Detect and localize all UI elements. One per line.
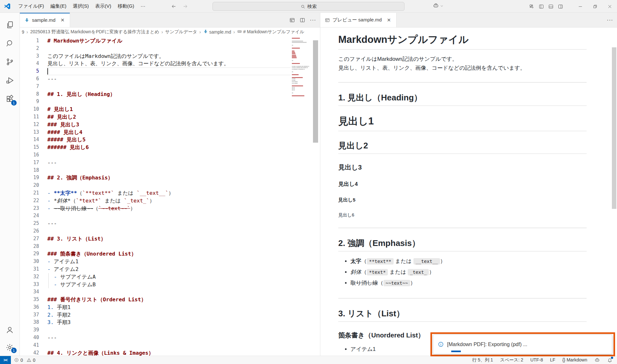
line-content[interactable] (47, 243, 291, 250)
line-number[interactable]: 6 (20, 75, 47, 83)
editor-line[interactable]: 372. 手順2 (20, 311, 291, 319)
toggle-panel-icon[interactable] (548, 4, 554, 9)
line-number[interactable]: 8 (20, 91, 47, 98)
line-content[interactable]: 2. 手順2 (47, 311, 291, 319)
line-content[interactable] (47, 167, 291, 174)
editor-line[interactable]: 22- *斜体*（`*text*` または `_text_`） (20, 197, 291, 205)
line-number[interactable]: 10 (20, 106, 47, 113)
menu-item[interactable]: ファイル(F) (15, 2, 47, 11)
line-number[interactable]: 19 (20, 174, 47, 182)
toggle-secondary-sidebar-icon[interactable] (558, 4, 563, 9)
preview-scrollbar[interactable] (612, 29, 617, 356)
source-control-icon[interactable] (0, 52, 20, 71)
line-content[interactable]: --- (47, 75, 291, 83)
breadcrumb-item[interactable]: sample.md (203, 29, 232, 35)
line-content[interactable] (47, 67, 291, 75)
line-number[interactable]: 40 (20, 334, 47, 342)
line-content[interactable]: ## 1. 見出し（Heading） (47, 91, 291, 98)
menu-item[interactable]: 選択(S) (70, 2, 92, 11)
line-number[interactable]: 17 (20, 159, 47, 167)
status-item[interactable]: 行 5、列 1 (472, 357, 493, 363)
tab-close-icon[interactable]: ✕ (386, 17, 392, 24)
line-number[interactable]: 11 (20, 113, 47, 121)
editor-line[interactable]: 40--- (20, 334, 291, 342)
notification-toast[interactable]: [Markdown PDF]: Exporting (pdf) ... (433, 335, 612, 354)
editor-line[interactable]: 4見出し、リスト、表、リンク、画像、コードなどの記法例を含んでいます。 (20, 60, 291, 67)
editor-line[interactable]: 24 (20, 212, 291, 220)
line-number[interactable]: 25 (20, 220, 47, 227)
line-number[interactable]: 26 (20, 227, 47, 235)
line-content[interactable]: - *斜体*（`*text*` または `_text_`） (47, 197, 291, 205)
line-content[interactable]: ### 箇条書き（Unordered List） (47, 250, 291, 258)
remote-indicator[interactable]: >< (0, 356, 11, 364)
editor-line[interactable]: 12### 見出し3 (20, 121, 291, 129)
settings-gear-icon[interactable]: 1 (0, 339, 20, 356)
customize-layout-icon[interactable] (529, 4, 534, 9)
menu-item[interactable]: 編集(E) (47, 2, 70, 11)
line-number[interactable]: 24 (20, 212, 47, 220)
editor-line[interactable]: 26 (20, 227, 291, 235)
line-number[interactable]: 36 (20, 304, 47, 311)
line-content[interactable]: --- (47, 159, 291, 167)
line-content[interactable]: 3. 手順3 (47, 319, 291, 326)
editor-line[interactable]: 16 (20, 151, 291, 159)
line-content[interactable]: --- (47, 220, 291, 227)
notifications-bell-icon[interactable] (607, 357, 613, 363)
line-content[interactable]: - ~~取り消し線~~（`~~text~~`） (47, 205, 291, 212)
more-actions-icon[interactable]: ··· (607, 17, 613, 23)
editor-line[interactable]: 39 (20, 326, 291, 334)
line-number[interactable]: 13 (20, 129, 47, 136)
status-item[interactable]: UTF-8 (530, 357, 543, 363)
line-number[interactable]: 2 (20, 45, 47, 52)
line-content[interactable]: このファイルはMarkdown記法のサンプルです。 (47, 52, 291, 60)
line-number[interactable]: 34 (20, 288, 47, 296)
copilot-menu-button[interactable] (433, 3, 444, 9)
editor-line[interactable]: 23- ~~取り消し線~~（`~~text~~`） (20, 205, 291, 212)
menu-item[interactable]: ··· (137, 2, 148, 11)
breadcrumb-item[interactable]: 9 (21, 29, 25, 35)
line-content[interactable]: - サブアイテムB (47, 281, 291, 289)
tab-sample-md[interactable]: sample.md ✕ (20, 13, 70, 27)
line-number[interactable]: 30 (20, 258, 47, 265)
toggle-sidebar-icon[interactable] (539, 4, 544, 9)
line-number[interactable]: 38 (20, 319, 47, 326)
editor-line[interactable]: 5 (20, 67, 291, 75)
line-number[interactable]: 37 (20, 311, 47, 319)
run-and-debug-icon[interactable] (0, 71, 20, 90)
editor-line[interactable]: 41 (20, 342, 291, 349)
line-content[interactable]: --- (47, 334, 291, 342)
editor-line[interactable]: 3このファイルはMarkdown記法のサンプルです。 (20, 52, 291, 60)
line-number[interactable]: 1 (20, 37, 47, 45)
line-number[interactable]: 9 (20, 98, 47, 106)
editor-line[interactable]: 20 (20, 182, 291, 189)
breadcrumb-item[interactable]: # Markdownサンプルファイル (236, 29, 305, 35)
line-content[interactable]: ## 4. リンクと画像（Links & Images） (47, 349, 291, 356)
close-button[interactable] (602, 0, 617, 13)
editor-line[interactable]: 35### 番号付きリスト（Ordered List） (20, 296, 291, 304)
line-number[interactable]: 42 (20, 349, 47, 356)
editor-line[interactable]: 361. 手順1 (20, 304, 291, 311)
line-content[interactable] (47, 182, 291, 189)
line-number[interactable]: 39 (20, 326, 47, 334)
editor-line[interactable]: 25--- (20, 220, 291, 227)
line-number[interactable]: 27 (20, 235, 47, 243)
line-content[interactable] (47, 288, 291, 296)
editor-line[interactable]: 13#### 見出し4 (20, 129, 291, 136)
line-number[interactable]: 35 (20, 296, 47, 304)
editor-line[interactable]: 383. 手順3 (20, 319, 291, 326)
copilot-status-icon[interactable] (594, 357, 600, 363)
editor-line[interactable]: 30- アイテム1 (20, 258, 291, 265)
line-content[interactable]: 1. 手順1 (47, 304, 291, 311)
line-number[interactable]: 14 (20, 136, 47, 144)
explorer-icon[interactable] (0, 15, 20, 34)
line-content[interactable] (47, 227, 291, 235)
tab-close-icon[interactable]: ✕ (59, 17, 66, 24)
editor-line[interactable]: 31- アイテム2 (20, 265, 291, 273)
accounts-icon[interactable] (0, 320, 20, 339)
editor-line[interactable]: 17--- (20, 159, 291, 167)
status-item[interactable]: {} Markdown (562, 357, 587, 363)
status-item[interactable]: LF (550, 357, 555, 363)
line-content[interactable]: #### 見出し4 (47, 129, 291, 136)
editor-line[interactable]: 34 (20, 288, 291, 296)
editor-scrollbar-thumb[interactable] (313, 40, 318, 143)
